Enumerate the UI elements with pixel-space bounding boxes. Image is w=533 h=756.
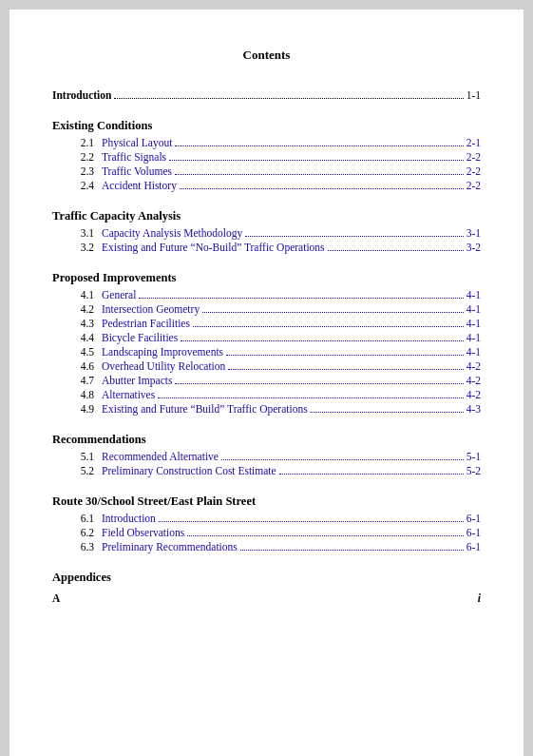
- toc-num-2-3: 4.4: [52, 332, 102, 343]
- toc-num-2-0: 4.1: [52, 289, 102, 300]
- toc-page-2-5: 4-2: [466, 360, 481, 372]
- toc-dots-1-0: [245, 236, 463, 237]
- section-heading-0: Existing Conditions: [52, 119, 481, 133]
- toc-entry-0-1: 2.2Traffic Signals2-2: [52, 151, 481, 164]
- toc-label-2-6: Abutter Impacts: [102, 375, 172, 386]
- toc-num-0-2: 2.3: [52, 165, 102, 177]
- toc-page-2-4: 4-1: [466, 346, 481, 358]
- toc-label-4-1: Field Observations: [102, 527, 184, 538]
- toc-label-2-4: Landscaping Improvements: [102, 346, 223, 358]
- toc-label-2-8: Existing and Future “Build” Traffic Oper…: [102, 403, 308, 415]
- toc-entry-4-0: 6.1Introduction6-1: [52, 513, 481, 525]
- toc-num-4-1: 6.2: [52, 527, 102, 538]
- toc-dots-1-1: [328, 250, 464, 251]
- toc-label-0-0: Physical Layout: [102, 137, 172, 148]
- toc-dots-2-3: [181, 340, 463, 341]
- toc-page-4-0: 6-1: [466, 513, 481, 524]
- toc-page-2-8: 4-3: [466, 403, 481, 415]
- toc-dots-4-1: [187, 535, 463, 536]
- toc-dots-2-7: [158, 397, 463, 398]
- toc-num-3-0: 5.1: [52, 451, 102, 462]
- toc-label-1-1: Existing and Future “No-Build” Traffic O…: [102, 242, 325, 253]
- toc-page-4-1: 6-1: [466, 527, 481, 538]
- toc-entry-1-1: 3.2Existing and Future “No-Build” Traffi…: [52, 242, 481, 254]
- toc-dots-3-0: [221, 459, 464, 460]
- toc-num-1-1: 3.2: [52, 242, 102, 253]
- toc-entry-0-0: 2.1Physical Layout2-1: [52, 137, 481, 149]
- toc-page-2-1: 4-1: [466, 303, 481, 315]
- toc-num-4-2: 6.3: [52, 541, 102, 552]
- toc-entry-2-1: 4.2Intersection Geometry4-1: [52, 303, 481, 316]
- toc-label-2-2: Pedestrian Facilities: [102, 318, 190, 329]
- footer-label: A: [52, 592, 60, 604]
- toc-num-4-0: 6.1: [52, 513, 102, 524]
- section-heading-1: Traffic Capacity Analysis: [52, 209, 481, 223]
- toc-label-3-1: Preliminary Construction Cost Estimate: [102, 465, 276, 476]
- toc-dots-4-0: [159, 521, 464, 522]
- toc-dots-0-0: [175, 145, 463, 146]
- toc-page-2-2: 4-1: [466, 318, 481, 329]
- toc-dots-0-1: [169, 160, 464, 161]
- intro-dots: [114, 98, 463, 99]
- toc-page-0-0: 2-1: [466, 137, 481, 148]
- intro-entry: Introduction 1-1: [52, 89, 481, 102]
- intro-page: 1-1: [466, 89, 481, 101]
- toc-label-2-3: Bicycle Facilities: [102, 332, 178, 343]
- toc-label-2-0: General: [102, 289, 136, 300]
- toc-dots-2-8: [311, 412, 464, 413]
- toc-dots-4-2: [240, 550, 464, 551]
- toc-dots-2-1: [202, 312, 464, 313]
- toc-dots-0-3: [180, 188, 464, 189]
- toc-entry-2-0: 4.1General4-1: [52, 289, 481, 301]
- toc-entry-2-4: 4.5Landscaping Improvements4-1: [52, 346, 481, 359]
- toc-dots-2-0: [139, 298, 463, 299]
- toc-label-0-2: Traffic Volumes: [102, 165, 172, 177]
- toc-page-0-2: 2-2: [466, 165, 481, 177]
- toc-entry-2-8: 4.9Existing and Future “Build” Traffic O…: [52, 403, 481, 416]
- toc-entry-2-7: 4.8Alternatives4-2: [52, 389, 481, 401]
- toc-entry-4-1: 6.2Field Observations6-1: [52, 527, 481, 539]
- toc-page-1-0: 3-1: [466, 227, 481, 239]
- toc-num-2-7: 4.8: [52, 389, 102, 400]
- toc-entry-3-0: 5.1Recommended Alternative5-1: [52, 451, 481, 463]
- toc-dots-2-4: [226, 355, 464, 356]
- appendices-heading: Appendices: [52, 571, 481, 585]
- toc-dots-2-2: [193, 326, 464, 327]
- toc-page-3-0: 5-1: [466, 451, 481, 462]
- toc-num-2-4: 4.5: [52, 346, 102, 358]
- toc-label-0-3: Accident History: [102, 180, 177, 191]
- toc-label-2-7: Alternatives: [102, 389, 155, 400]
- toc-num-2-8: 4.9: [52, 403, 102, 415]
- toc-label-3-0: Recommended Alternative: [102, 451, 219, 462]
- toc-sections: Existing Conditions2.1Physical Layout2-1…: [52, 119, 481, 553]
- toc-entry-1-0: 3.1Capacity Analysis Methodology3-1: [52, 227, 481, 240]
- toc-entry-2-2: 4.3Pedestrian Facilities4-1: [52, 318, 481, 330]
- toc-page-3-1: 5-2: [466, 465, 481, 476]
- toc-num-2-1: 4.2: [52, 303, 102, 315]
- toc-entry-0-3: 2.4Accident History2-2: [52, 180, 481, 192]
- toc-entry-2-6: 4.7Abutter Impacts4-2: [52, 375, 481, 387]
- toc-dots-2-5: [228, 369, 463, 370]
- toc-label-1-0: Capacity Analysis Methodology: [102, 227, 242, 239]
- footer-row: A i: [52, 592, 481, 604]
- toc-dots-3-1: [279, 474, 464, 475]
- toc-entry-2-5: 4.6Overhead Utility Relocation4-2: [52, 360, 481, 373]
- toc-page-4-2: 6-1: [466, 541, 481, 552]
- toc-label-0-1: Traffic Signals: [102, 151, 166, 163]
- toc-num-2-2: 4.3: [52, 318, 102, 329]
- toc-num-0-0: 2.1: [52, 137, 102, 148]
- section-heading-3: Recommendations: [52, 433, 481, 447]
- toc-page-0-1: 2-2: [466, 151, 481, 163]
- toc-page-2-7: 4-2: [466, 389, 481, 400]
- toc-dots-2-6: [175, 383, 463, 384]
- toc-num-1-0: 3.1: [52, 227, 102, 239]
- toc-page-2-0: 4-1: [466, 289, 481, 300]
- toc-entry-4-2: 6.3Preliminary Recommendations6-1: [52, 541, 481, 553]
- toc-label-4-0: Introduction: [102, 513, 156, 524]
- toc-num-2-5: 4.6: [52, 360, 102, 372]
- toc-page-2-6: 4-2: [466, 375, 481, 386]
- section-heading-2: Proposed Improvements: [52, 271, 481, 285]
- toc-entry-2-3: 4.4Bicycle Facilities4-1: [52, 332, 481, 344]
- section-heading-4: Route 30/School Street/East Plain Street: [52, 494, 481, 509]
- toc-label-4-2: Preliminary Recommendations: [102, 541, 238, 552]
